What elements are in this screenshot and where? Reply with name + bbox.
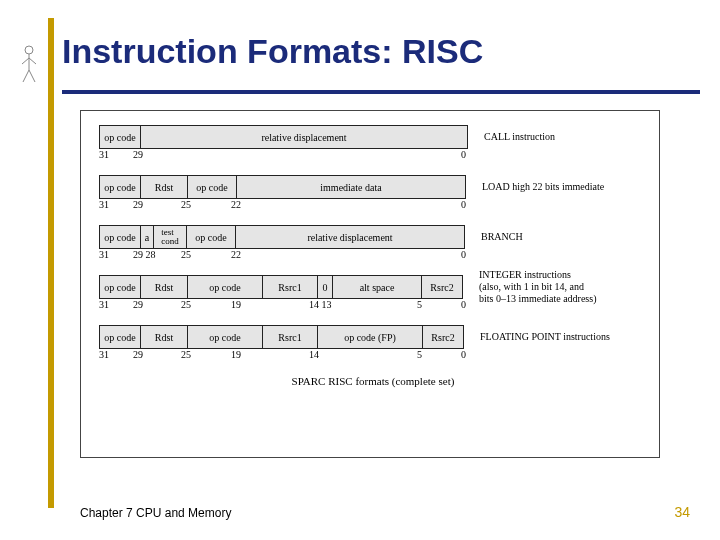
format-row: op codeRdstop codeRsrc1op code (FP)Rsrc2… <box>99 325 647 349</box>
bit-labels: 3129251914 1350 <box>99 299 647 313</box>
bit-label: 19 <box>231 349 241 360</box>
bit-label: 31 <box>99 249 109 260</box>
bit-label: 31 <box>99 149 109 160</box>
field-cell: op code <box>186 225 236 249</box>
bit-label: 0 <box>461 349 466 360</box>
bit-label: 14 <box>309 349 319 360</box>
bit-label: 29 <box>133 149 143 160</box>
bit-label: 31 <box>99 199 109 210</box>
bit-label: 5 <box>417 349 422 360</box>
format-row: op codeRdstop codeimmediate dataLOAD hig… <box>99 175 647 199</box>
field-cell: op code (FP) <box>317 325 423 349</box>
format-description: INTEGER instructions (also, with 1 in bi… <box>463 275 647 299</box>
bit-label: 31 <box>99 349 109 360</box>
field-cell: op code <box>99 125 141 149</box>
bit-label: 25 <box>181 299 191 310</box>
bit-label: 0 <box>461 249 466 260</box>
format-description: CALL instruction <box>468 125 647 149</box>
bit-label: 14 13 <box>309 299 332 310</box>
format-description: LOAD high 22 bits immediate <box>466 175 647 199</box>
bit-label: 19 <box>231 299 241 310</box>
field-cell: op code <box>187 325 263 349</box>
bit-label: 0 <box>461 199 466 210</box>
field-cell: Rdst <box>140 275 188 299</box>
field-cell: op code <box>187 275 263 299</box>
field-cell: test cond <box>153 225 187 249</box>
bit-label: 29 <box>133 349 143 360</box>
format-row: op codeRdstop codeRsrc10alt spaceRsrc2IN… <box>99 275 647 299</box>
bit-label: 0 <box>461 149 466 160</box>
bit-labels: 312925191450 <box>99 349 647 363</box>
bit-label: 25 <box>181 249 191 260</box>
chapter-footer: Chapter 7 CPU and Memory <box>80 506 231 520</box>
field-cell: Rdst <box>140 175 188 199</box>
title-underline <box>62 90 700 94</box>
bit-label: 22 <box>231 199 241 210</box>
field-cell: a <box>140 225 154 249</box>
bit-label: 29 <box>133 199 143 210</box>
bit-label: 29 28 <box>133 249 156 260</box>
bit-label: 25 <box>181 199 191 210</box>
field-cell: 0 <box>317 275 333 299</box>
svg-line-5 <box>29 70 35 82</box>
field-cell: op code <box>99 275 141 299</box>
format-row: op coderelative displacementCALL instruc… <box>99 125 647 149</box>
field-cell: Rsrc1 <box>262 325 318 349</box>
bit-label: 31 <box>99 299 109 310</box>
svg-line-4 <box>23 70 29 82</box>
bit-labels: 3129 2825220 <box>99 249 647 263</box>
field-cell: op code <box>99 225 141 249</box>
page-number: 34 <box>674 504 690 520</box>
bit-label: 5 <box>417 299 422 310</box>
field-cell: Rdst <box>140 325 188 349</box>
field-cell: op code <box>187 175 237 199</box>
svg-line-2 <box>22 58 29 64</box>
field-cell: Rsrc2 <box>422 325 464 349</box>
bit-labels: 312925220 <box>99 199 647 213</box>
bit-label: 29 <box>133 299 143 310</box>
bit-label: 22 <box>231 249 241 260</box>
field-cell: immediate data <box>236 175 466 199</box>
bit-labels: 31290 <box>99 149 647 163</box>
bit-label: 25 <box>181 349 191 360</box>
field-cell: op code <box>99 175 141 199</box>
format-description: BRANCH <box>465 225 647 249</box>
format-description: FLOATING POINT instructions <box>464 325 647 349</box>
field-cell: relative displacement <box>235 225 465 249</box>
svg-point-0 <box>25 46 33 54</box>
field-cell: Rsrc1 <box>262 275 318 299</box>
field-cell: alt space <box>332 275 422 299</box>
instruction-formats-figure: op coderelative displacementCALL instruc… <box>80 110 660 458</box>
field-cell: relative displacement <box>140 125 468 149</box>
svg-line-3 <box>29 58 36 64</box>
logo-icon <box>15 36 43 92</box>
bit-label: 0 <box>461 299 466 310</box>
field-cell: op code <box>99 325 141 349</box>
slide-title: Instruction Formats: RISC <box>62 32 483 71</box>
figure-caption: SPARC RISC formats (complete set) <box>99 375 647 387</box>
format-row: op codeatest condop coderelative displac… <box>99 225 647 249</box>
field-cell: Rsrc2 <box>421 275 463 299</box>
accent-vertical-line <box>48 18 54 508</box>
